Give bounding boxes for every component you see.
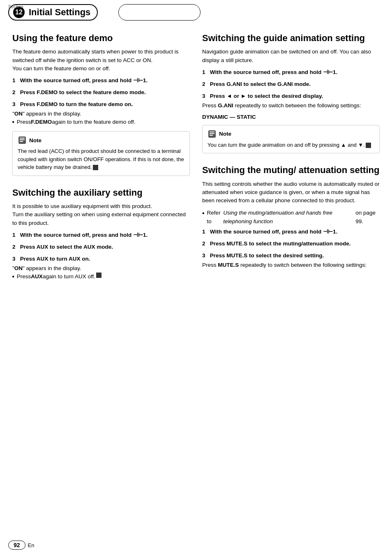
aux-setting-heading: Switching the auxiliary setting [12, 187, 190, 198]
dynamic-static-label: DYNAMIC — STATIC [202, 114, 380, 120]
note-icon-2 [208, 129, 217, 139]
footer-lang: En [28, 542, 35, 548]
muting-step1: 1 With the source turned off, press and … [202, 228, 380, 236]
muting-step3-body: Press MUTE.S repeatedly to switch betwee… [202, 261, 380, 269]
muting-step3: 3 Press MUTE.S to select the desired set… [202, 252, 380, 269]
guide-animation-note: Note You can turn the guide animation on… [202, 125, 380, 154]
guide-step1-heading: 1 With the source turned off, press and … [202, 69, 380, 76]
aux-step1-heading: 1 With the source turned off, press and … [12, 231, 190, 239]
muting-intro: This setting controls whether the audio … [202, 180, 380, 205]
svg-rect-7 [210, 133, 214, 134]
feature-demo-step3: 3 Press F.DEMO to turn the feature demo … [12, 101, 190, 126]
svg-rect-6 [210, 132, 214, 132]
feature-demo-intro: The feature demo automatically starts wh… [12, 48, 190, 73]
guide-animation-note-text: You can turn the guide animation on and … [208, 141, 374, 149]
left-column: Using the feature demo The feature demo … [12, 33, 190, 285]
aux-setting-intro: It is possible to use auxiliary equipmen… [12, 202, 190, 227]
feature-demo-step3-body: "ON" appears in the display. [12, 110, 190, 118]
section-title: Initial Settings [29, 7, 90, 18]
guide-animation-heading: Switching the guide animation setting [202, 33, 380, 44]
section-label: Section [8, 4, 23, 9]
footer: 92 En [8, 541, 34, 550]
feature-demo-note: Note The red lead (ACC) of this product … [12, 131, 190, 176]
guide-animation-note-title: Note [208, 129, 374, 139]
muting-heading: Switching the muting/ attenuation settin… [202, 165, 380, 176]
note-icon [18, 136, 27, 145]
guide-animation-section: Switching the guide animation setting Na… [202, 33, 380, 153]
aux-step3-body: "ON" appears in the display. [12, 264, 190, 273]
aux-step2-heading: 2 Press AUX to select the AUX mode. [12, 243, 190, 251]
muting-step3-heading: 3 Press MUTE.S to select the desired set… [202, 252, 380, 260]
feature-demo-step1-heading: 1 With the source turned off, press and … [12, 77, 190, 85]
guide-animation-intro: Navigation guide animation can be switch… [202, 48, 380, 65]
header: 12 Initial Settings [0, 0, 392, 25]
svg-rect-1 [20, 138, 25, 139]
feature-demo-step2: 2 Press F.DEMO to select the feature dem… [12, 89, 190, 97]
svg-rect-3 [20, 141, 23, 142]
aux-bullet: Press AUX again to turn AUX off. [12, 273, 190, 281]
stop-icon-2 [96, 273, 101, 278]
header-right-box [118, 4, 201, 21]
aux-step3: 3 Press AUX to turn AUX on. "ON" appears… [12, 255, 190, 281]
aux-setting-section: Switching the auxiliary setting It is po… [12, 187, 190, 281]
feature-demo-heading: Using the feature demo [12, 33, 190, 44]
svg-rect-2 [20, 139, 25, 140]
feature-demo-section: Using the feature demo The feature demo … [12, 33, 190, 176]
aux-step3-heading: 3 Press AUX to turn AUX on. [12, 255, 190, 263]
muting-step2-heading: 2 Press MUTE.S to select the muting/atte… [202, 240, 380, 248]
muting-step2: 2 Press MUTE.S to select the muting/atte… [202, 240, 380, 248]
aux-step1: 1 With the source turned off, press and … [12, 231, 190, 239]
feature-demo-bullet: Press F.DEMO again to turn the feature d… [12, 118, 190, 126]
muting-dot-bullet: Refer to Using the muting/attenuation an… [202, 209, 380, 226]
guide-step3-body: Press G.ANI repeatedly to switch between… [202, 102, 380, 110]
stop-icon-3 [366, 143, 371, 148]
feature-demo-note-title: Note [18, 136, 184, 145]
right-column: Switching the guide animation setting Na… [202, 33, 380, 285]
muting-step1-heading: 1 With the source turned off, press and … [202, 228, 380, 236]
stop-icon [93, 165, 98, 170]
feature-demo-step1: 1 With the source turned off, press and … [12, 77, 190, 85]
page-number: 92 [8, 541, 25, 550]
main-content: Using the feature demo The feature demo … [0, 25, 392, 293]
guide-step1: 1 With the source turned off, press and … [202, 69, 380, 76]
guide-step3: 3 Press ◄ or ► to select the desired dis… [202, 92, 380, 110]
muting-section: Switching the muting/ attenuation settin… [202, 165, 380, 269]
guide-step2-heading: 2 Press G.ANI to select the G.ANI mode. [202, 81, 380, 88]
feature-demo-step3-heading: 3 Press F.DEMO to turn the feature demo … [12, 101, 190, 109]
feature-demo-step2-heading: 2 Press F.DEMO to select the feature dem… [12, 89, 190, 97]
guide-step2: 2 Press G.ANI to select the G.ANI mode. [202, 81, 380, 88]
feature-demo-note-text: The red lead (ACC) of this product shoul… [18, 147, 184, 171]
guide-step3-heading: 3 Press ◄ or ► to select the desired dis… [202, 92, 380, 100]
aux-step2: 2 Press AUX to select the AUX mode. [12, 243, 190, 251]
svg-rect-8 [210, 135, 213, 136]
